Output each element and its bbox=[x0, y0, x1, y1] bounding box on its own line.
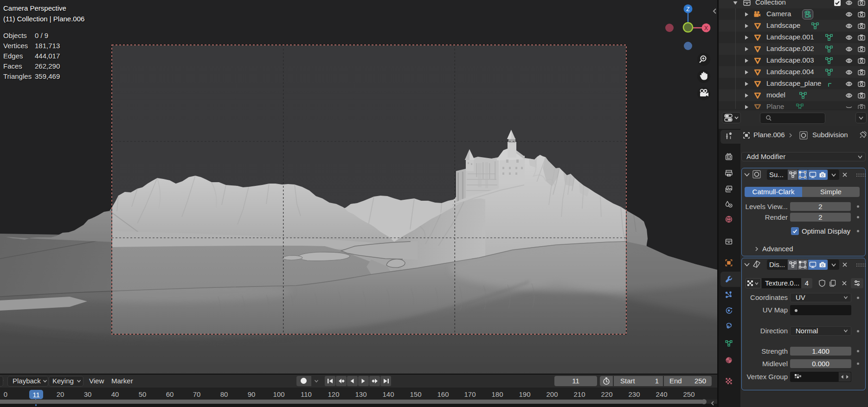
svg-text:X: X bbox=[704, 25, 708, 32]
svg-text:Z: Z bbox=[686, 6, 689, 13]
